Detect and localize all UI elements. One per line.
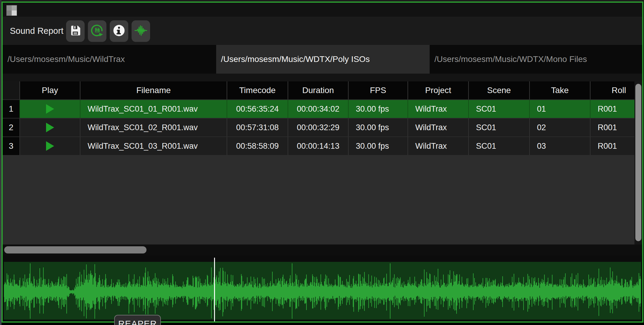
titlebar <box>3 3 642 17</box>
vertical-scrollbar-thumb[interactable] <box>635 84 641 241</box>
cell-take[interactable]: 02 <box>529 119 590 136</box>
header-duration[interactable]: Duration <box>288 81 348 99</box>
header-take[interactable]: Take <box>529 81 590 99</box>
file-table: Play Filename Timecode Duration FPS Proj… <box>3 81 642 244</box>
path-tabs: /Users/mosesm/Music/WildTrax /Users/mose… <box>3 45 642 74</box>
cell-fps[interactable]: 30.00 fps <box>348 119 408 136</box>
toolbar-buttons <box>66 20 150 42</box>
audio-waveform-icon <box>134 24 147 38</box>
horizontal-scrollbar[interactable] <box>3 244 642 255</box>
cell-project[interactable]: WildTrax <box>408 119 468 136</box>
cell-scene[interactable]: SC01 <box>468 119 529 136</box>
toolbar: Sound Report <box>3 17 642 45</box>
reaper-badge-label: REAPER <box>118 319 157 325</box>
header-timecode[interactable]: Timecode <box>227 81 288 99</box>
table-row[interactable]: 1 WildTrax_SC01_01_R001.wav 00:56:35:24 … <box>3 100 634 118</box>
cell-roll[interactable]: R001 <box>590 137 634 155</box>
auto-save-button[interactable] <box>88 20 106 42</box>
play-icon <box>46 104 54 114</box>
header-roll[interactable]: Roll <box>590 81 634 99</box>
waveform-display[interactable] <box>4 262 641 320</box>
cell-duration[interactable]: 00:00:34:02 <box>288 100 348 118</box>
window-menu-icon[interactable] <box>6 5 17 16</box>
cell-timecode[interactable]: 00:58:58:09 <box>227 137 288 155</box>
cell-duration[interactable]: 00:00:14:13 <box>288 137 348 155</box>
cell-filename[interactable]: WildTrax_SC01_02_R001.wav <box>80 119 227 136</box>
horizontal-scrollbar-thumb[interactable] <box>4 246 146 253</box>
cell-filename[interactable]: WildTrax_SC01_01_R001.wav <box>80 100 227 118</box>
floppy-disk-icon <box>69 24 82 38</box>
save-report-button[interactable] <box>66 20 85 42</box>
info-circle-icon <box>112 24 126 38</box>
header-corner-cell <box>3 81 19 99</box>
reaper-dock-badge[interactable]: REAPER <box>114 315 161 325</box>
waveform-panel <box>3 255 642 321</box>
waveform-toggle-button[interactable] <box>132 20 150 42</box>
header-project[interactable]: Project <box>408 81 468 99</box>
cell-project[interactable]: WildTrax <box>408 100 468 118</box>
row-number: 1 <box>3 100 19 118</box>
tab-path-mono-files[interactable]: /Users/mosesm/Music/WDTX/Mono Files <box>430 45 642 74</box>
header-filename[interactable]: Filename <box>80 81 227 99</box>
tab-path-wildtrax[interactable]: /Users/mosesm/Music/WildTrax <box>3 45 216 74</box>
cell-filename[interactable]: WildTrax_SC01_03_R001.wav <box>80 137 227 155</box>
play-icon <box>46 141 54 151</box>
table-row[interactable]: 2 WildTrax_SC01_02_R001.wav 00:57:31:08 … <box>3 119 634 136</box>
vertical-scrollbar[interactable] <box>634 81 642 244</box>
play-button[interactable] <box>46 141 54 151</box>
header-scene[interactable]: Scene <box>468 81 529 99</box>
header-fps[interactable]: FPS <box>348 81 408 99</box>
cell-duration[interactable]: 00:00:32:29 <box>288 119 348 136</box>
cell-roll[interactable]: R001 <box>590 100 634 118</box>
cell-timecode[interactable]: 00:57:31:08 <box>227 119 288 136</box>
sound-report-window: Sound Report <box>1 1 643 323</box>
cell-take[interactable]: 01 <box>529 100 590 118</box>
cell-fps[interactable]: 30.00 fps <box>348 100 408 118</box>
table-header-row: Play Filename Timecode Duration FPS Proj… <box>3 81 634 99</box>
table-top-gap <box>3 74 642 81</box>
playhead-cursor[interactable] <box>214 258 215 321</box>
cell-roll[interactable]: R001 <box>590 119 634 136</box>
table-row[interactable]: 3 WildTrax_SC01_03_R001.wav 00:58:58:09 … <box>3 137 634 155</box>
cell-fps[interactable]: 30.00 fps <box>348 137 408 155</box>
row-number: 3 <box>3 137 19 155</box>
play-button[interactable] <box>46 123 54 132</box>
header-play[interactable]: Play <box>19 81 80 99</box>
info-button[interactable] <box>110 20 128 42</box>
cell-take[interactable]: 03 <box>529 137 590 155</box>
cell-scene[interactable]: SC01 <box>468 137 529 155</box>
play-icon <box>46 123 54 132</box>
tab-path-poly-isos[interactable]: /Users/mosesm/Music/WDTX/Poly ISOs <box>216 45 430 74</box>
play-button[interactable] <box>46 104 54 114</box>
screen: Sound Report <box>0 0 644 325</box>
cell-project[interactable]: WildTrax <box>408 137 468 155</box>
cell-scene[interactable]: SC01 <box>468 100 529 118</box>
row-number: 2 <box>3 119 19 136</box>
app-title: Sound Report <box>10 26 61 36</box>
cell-timecode[interactable]: 00:56:35:24 <box>227 100 288 118</box>
floppy-disk-circular-arrow-icon <box>90 24 104 38</box>
